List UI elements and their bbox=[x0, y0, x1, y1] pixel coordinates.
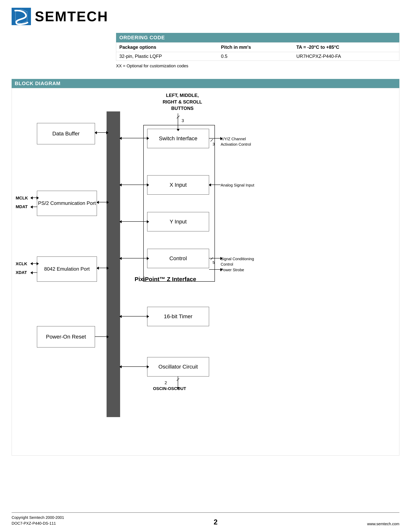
xdat-arrow bbox=[30, 271, 33, 274]
ps2-port-box: PS/2 Communication Port bbox=[37, 191, 97, 216]
cell-pitch: 0.5 bbox=[218, 52, 293, 61]
footer-left: Copyright Semtech 2000-2001 DOC7-PXZ-P44… bbox=[12, 515, 64, 526]
buttons-slash bbox=[177, 115, 180, 119]
line-yinput-bus bbox=[120, 221, 148, 222]
page-number: 2 bbox=[214, 518, 218, 526]
arrow-switch-left bbox=[119, 137, 122, 140]
arrow-8042-right bbox=[107, 266, 109, 270]
arrow-xinput-left bbox=[119, 183, 122, 187]
oscin-oscout-label: OSCIN-OSCOUT bbox=[153, 386, 186, 391]
emulation-port-box: 8042 Emulation Port bbox=[37, 256, 97, 282]
arrow-reset-right bbox=[107, 335, 109, 338]
arrow-yinput-left bbox=[119, 220, 122, 223]
line-xinput-bus bbox=[120, 185, 148, 185]
data-buffer-box: Data Buffer bbox=[37, 123, 95, 144]
ordering-note: XX = Optional for customization codes bbox=[116, 63, 399, 69]
power-on-reset-box: Power-On Reset bbox=[37, 326, 95, 347]
xyz-channel-label: X/Y/Z Channel Activation Control bbox=[221, 136, 251, 147]
table-row: 32-pin, Plastic LQFP 0.5 UR7HCPXZ-P440-F… bbox=[116, 52, 399, 61]
col-package: Package options bbox=[116, 43, 218, 52]
block-diagram-section: BLOCK DIAGRAM Data Buffer PS/2 Communica… bbox=[12, 79, 399, 456]
arrow-osc-left bbox=[119, 365, 122, 368]
arrow-8042-left bbox=[96, 266, 99, 270]
col-pitch: Pitch in mm's bbox=[218, 43, 293, 52]
website: www.semtech.com bbox=[367, 522, 399, 526]
oscillator-box: Oscillator Circuit bbox=[147, 357, 209, 376]
line-switch-bus bbox=[120, 138, 148, 138]
line-control-bus bbox=[120, 258, 148, 258]
osc-count: 2 bbox=[165, 380, 167, 385]
mdat-label: MDAT bbox=[16, 204, 28, 209]
diagram-area: Data Buffer PS/2 Communication Port 8042… bbox=[12, 88, 399, 456]
power-strobe-arrow bbox=[220, 268, 223, 271]
mclk-arrow-right bbox=[37, 196, 39, 200]
cell-ta-value: UR7HCPXZ-P440-FA bbox=[293, 52, 399, 61]
central-bus-bar bbox=[107, 111, 120, 417]
osc-vline bbox=[178, 376, 178, 388]
arrow-databuffer-right bbox=[106, 131, 109, 134]
doc-code: DOC7-PXZ-P440-DS-111 bbox=[12, 520, 64, 526]
pixipoint-bracket bbox=[143, 125, 215, 282]
xyz-arrow bbox=[220, 137, 223, 140]
arrow-yinput-right bbox=[147, 220, 149, 223]
xdat-label: XDAT bbox=[16, 270, 27, 275]
footer: Copyright Semtech 2000-2001 DOC7-PXZ-P44… bbox=[12, 513, 399, 526]
mdat-arrow bbox=[30, 205, 33, 209]
logo-container: SEMTECH bbox=[12, 8, 108, 25]
arrow-ps2-left bbox=[96, 201, 99, 204]
buttons-arrow-down bbox=[177, 129, 180, 131]
ordering-table: Package options Pitch in mm's TA = -20°C… bbox=[116, 42, 399, 61]
arrow-control-left bbox=[119, 257, 122, 260]
arrow-control-right bbox=[147, 257, 149, 260]
cell-package: 32-pin, Plastic LQFP bbox=[116, 52, 218, 61]
line-osc-bus bbox=[120, 366, 148, 367]
timer-box: 16-bit Timer bbox=[147, 307, 209, 326]
signal-cond-label: Signal Conditioning Control bbox=[221, 256, 254, 267]
analog-arrow bbox=[209, 183, 211, 187]
arrow-xinput-right bbox=[147, 183, 149, 187]
mclk-label: MCLK bbox=[16, 196, 28, 201]
buttons-count: 3 bbox=[182, 118, 184, 123]
signal-count: 5 bbox=[213, 260, 215, 265]
arrow-ps2-right bbox=[107, 201, 109, 204]
header: SEMTECH bbox=[0, 0, 411, 29]
analog-signal-label: Analog Signal Input bbox=[221, 183, 254, 188]
arrow-timer-right bbox=[147, 315, 149, 318]
line-timer-bus bbox=[120, 316, 148, 316]
xclk-arrow-left bbox=[30, 262, 33, 265]
ordering-section: ORDERING CODE Package options Pitch in m… bbox=[116, 33, 399, 69]
block-diagram-header: BLOCK DIAGRAM bbox=[12, 79, 399, 88]
osc-arrow bbox=[177, 387, 180, 390]
xclk-arrow-right bbox=[37, 262, 39, 265]
buttons-label: LEFT, MIDDLE, RIGHT & SCROLL BUTTONS bbox=[163, 92, 202, 112]
power-strobe-line bbox=[209, 269, 221, 270]
arrow-osc-right bbox=[147, 365, 149, 368]
logo-text: SEMTECH bbox=[35, 9, 108, 24]
mclk-arrow-left bbox=[30, 196, 33, 200]
xyz-count: 3 bbox=[213, 142, 215, 146]
arrow-timer-left bbox=[119, 315, 122, 318]
col-ta: TA = -20°C to +85°C bbox=[293, 43, 399, 52]
copyright: Copyright Semtech 2000-2001 bbox=[12, 515, 64, 520]
xyz-line bbox=[209, 138, 221, 139]
semtech-logo-icon bbox=[12, 8, 31, 25]
buttons-vline bbox=[178, 113, 178, 129]
signal-arrow bbox=[220, 257, 223, 260]
signal-line bbox=[209, 258, 221, 258]
xclk-label: XCLK bbox=[16, 261, 27, 266]
arrow-databuffer-left bbox=[94, 131, 97, 134]
power-strobe-label: Power Strobe bbox=[221, 268, 244, 272]
ordering-code-header: ORDERING CODE bbox=[116, 33, 399, 42]
line-reset-bus bbox=[95, 336, 107, 337]
arrow-switch-right bbox=[147, 137, 149, 140]
